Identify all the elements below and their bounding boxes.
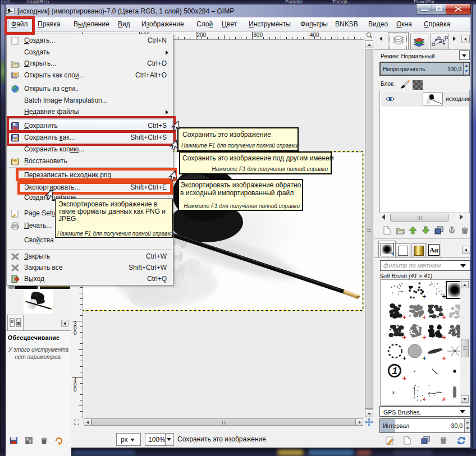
- svg-text:x: x: [392, 389, 395, 395]
- svg-text:1: 1: [392, 365, 398, 376]
